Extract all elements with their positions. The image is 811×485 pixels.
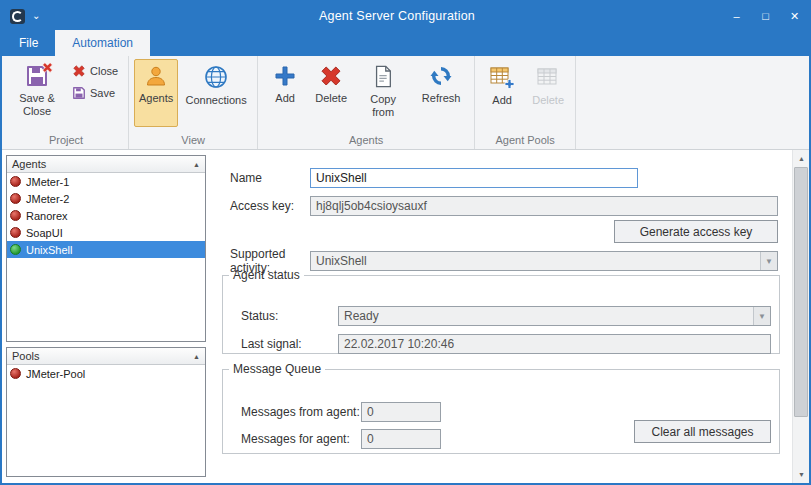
agent-name: SoapUI [26,227,63,239]
messages-from-row: Messages from agent: [241,402,441,422]
generate-access-key-label: Generate access key [640,225,753,239]
close-window-button[interactable]: ✕ [780,2,809,30]
messages-for-row: Messages for agent: [241,429,441,449]
agent-add-label: Add [275,92,295,105]
message-queue-title: Message Queue [229,362,325,376]
access-key-label: Access key: [230,199,310,213]
save-and-close-label: Save & Close [12,92,62,118]
ribbon-group-view: Agents Connections View [129,56,258,149]
pools-list-panel: Pools ▲ JMeter-Pool [6,347,206,477]
last-signal-input [338,334,771,354]
view-agents-button[interactable]: Agents [134,59,178,127]
copy-from-label: Copy from [358,93,408,119]
close-project-button[interactable]: Close [67,62,123,80]
pool-add-grid-icon [489,64,515,90]
pool-list-item[interactable]: JMeter-Pool [7,365,205,382]
supported-activity-value: UnixShell [311,254,760,268]
pool-delete-grid-icon [535,64,561,90]
agent-add-button[interactable]: Add [263,59,307,127]
minimize-button[interactable]: – [722,2,751,30]
close-project-icon [72,64,86,78]
copy-from-button[interactable]: Copy from [355,59,411,127]
group-label-view: View [132,133,254,149]
agent-status-icon [10,227,21,238]
scroll-up-icon[interactable]: ▲ [793,150,810,167]
messages-from-input [361,402,441,422]
agents-header-label: Agents [12,158,193,170]
save-button[interactable]: Save [67,84,123,102]
ribbon: Save & Close Close Save [2,56,809,150]
agent-list-item[interactable]: JMeter-1 [7,173,205,190]
agent-delete-label: Delete [315,92,347,105]
sort-ascending-icon: ▲ [193,161,200,168]
refresh-icon [429,64,453,88]
agent-server-configuration-window: ⌄ Agent Server Configuration – □ ✕ File … [0,0,811,485]
pool-add-button[interactable]: Add [480,59,524,127]
messages-for-input [361,429,441,449]
agent-list-item-selected[interactable]: UnixShell [7,241,205,258]
agent-list-item[interactable]: SoapUI [7,224,205,241]
messages-from-label: Messages from agent: [241,405,361,419]
last-signal-label: Last signal: [241,337,338,351]
window-controls: – □ ✕ [722,2,809,30]
status-label: Status: [241,309,338,323]
message-queue-groupbox: Message Queue Messages from agent: Messa… [222,362,780,454]
last-signal-row: Last signal: [241,334,771,354]
pool-delete-label: Delete [532,94,564,107]
refresh-button[interactable]: Refresh [413,59,469,127]
maximize-button[interactable]: □ [751,2,780,30]
agent-name: Ranorex [26,210,68,222]
pool-delete-button: Delete [526,59,570,127]
agent-status-icon [10,244,21,255]
pool-status-icon [10,368,21,379]
tab-automation[interactable]: Automation [55,30,150,56]
copy-from-document-icon [372,64,394,89]
agent-status-icon [10,176,21,187]
combo-arrow-icon: ▼ [753,307,770,325]
tab-file[interactable]: File [2,30,55,56]
vertical-scrollbar[interactable]: ▲ ▼ [792,150,809,483]
sort-ascending-icon: ▲ [193,353,200,360]
save-label: Save [90,87,115,99]
titlebar-left: ⌄ [2,9,72,24]
agent-name: JMeter-1 [26,176,69,188]
connections-globe-icon [203,64,229,90]
name-input[interactable] [310,168,638,188]
generate-access-key-button[interactable]: Generate access key [614,220,778,243]
view-connections-button[interactable]: Connections [180,59,252,127]
ribbon-group-agent-pools: Add Delete Agent Pools [475,56,576,149]
app-logo-icon[interactable] [10,9,25,24]
agents-list-panel: Agents ▲ JMeter-1 JMeter-2 Ranorex SoapU… [6,155,206,342]
ribbon-group-project: Save & Close Close Save [4,56,129,149]
status-combobox: Ready ▼ [338,306,771,326]
agent-list-item[interactable]: Ranorex [7,207,205,224]
save-icon [72,86,86,100]
quick-access-chevron-icon[interactable]: ⌄ [32,11,40,21]
agents-list-header[interactable]: Agents ▲ [7,156,205,173]
pools-header-label: Pools [12,350,193,362]
window-title: Agent Server Configuration [72,9,722,23]
agent-list-item[interactable]: JMeter-2 [7,190,205,207]
clear-all-messages-label: Clear all messages [651,425,753,439]
access-key-row: Access key: [230,196,778,216]
group-label-project: Project [7,133,125,149]
save-and-close-button[interactable]: Save & Close [9,59,65,127]
pools-list-header[interactable]: Pools ▲ [7,348,205,365]
agent-status-icon [10,193,21,204]
agent-detail-form: Name Access key: Generate access key Sup… [210,150,788,483]
scroll-down-icon[interactable]: ▼ [793,466,810,483]
pool-name: JMeter-Pool [26,368,85,380]
project-small-buttons: Close Save [67,59,123,102]
scrollbar-thumb[interactable] [794,167,808,417]
status-value: Ready [339,309,753,323]
ribbon-group-agents: Add Delete Copy from [258,56,475,149]
clear-all-messages-button[interactable]: Clear all messages [634,420,771,443]
agent-name: UnixShell [26,244,72,256]
agents-view-icon [144,64,168,88]
agent-delete-button[interactable]: Delete [309,59,353,127]
delete-x-icon [319,64,343,88]
group-label-agent-pools: Agent Pools [478,133,572,149]
refresh-label: Refresh [422,92,461,105]
agent-status-title: Agent status [229,268,304,282]
view-agents-label: Agents [139,92,173,105]
